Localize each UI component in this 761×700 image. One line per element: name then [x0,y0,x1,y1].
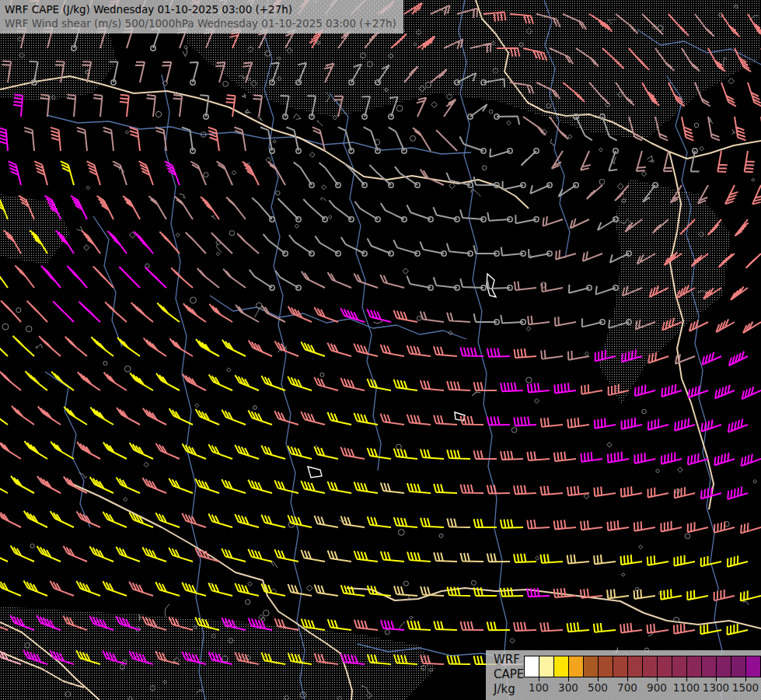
legend-swatch-2 [554,656,569,677]
legend-tick [627,676,628,681]
legend-swatch-0 [525,656,539,677]
legend-swatch-13 [717,656,731,677]
legend-tick-label: 1500 [732,681,759,694]
lake-outline [308,467,322,478]
legend-tick-label: 500 [588,681,608,694]
legend-swatch-8 [643,656,658,677]
legend-tick [657,676,658,681]
legend-tick-label: 900 [647,681,667,694]
cape-stipple-region [0,194,70,264]
wind-barbs-M [0,95,761,665]
legend-tick [539,676,539,681]
legend-label-wrf: WRF [494,653,524,667]
legend-tick [745,676,746,681]
weather-map-screenshot: WRF CAPE (J/kg) Wednesday 01-10-2025 03:… [0,0,761,700]
legend-tick-label: 1300 [703,681,729,694]
legend-tick-label: 1100 [673,681,700,694]
legend-color-scale [524,656,761,677]
legend-swatch-7 [628,656,643,677]
legend-swatch-1 [539,656,554,677]
river [47,115,471,154]
legend-tick [686,676,687,681]
legend-tick-label: 100 [529,681,549,694]
title-line-2: WRF Wind shear (m/s) 500/1000hPa Wednesd… [5,16,396,30]
legend-tick-label: 300 [558,681,578,694]
legend-swatch-6 [613,656,628,677]
legend-label-unit: J/kg [494,682,524,697]
legend-swatch-3 [569,656,584,677]
legend-swatch-10 [672,656,687,677]
title-bar: WRF CAPE (J/kg) Wednesday 01-10-2025 03:… [0,0,403,33]
title-line-1: WRF CAPE (J/kg) Wednesday 01-10-2025 03:… [5,2,396,16]
cape-legend: WRF CAPE J/kg 10030050070090011001300150… [486,650,761,700]
legend-tick [598,676,599,681]
river [210,296,466,339]
legend-swatch-5 [599,656,613,677]
legend-tick [568,676,569,681]
legend-tick-label: 700 [617,681,637,694]
legend-swatch-14 [731,656,746,677]
legend-swatch-15 [746,656,760,677]
legend-swatch-12 [702,656,717,677]
legend-swatch-4 [584,656,599,677]
legend-label-cape: CAPE [494,667,524,682]
legend-tick [716,676,717,681]
cape-stipple-region [0,31,117,101]
legend-label-block: WRF CAPE J/kg [494,653,524,697]
legend-swatch-11 [687,656,702,677]
map-canvas [0,0,761,700]
legend-swatch-9 [658,656,672,677]
